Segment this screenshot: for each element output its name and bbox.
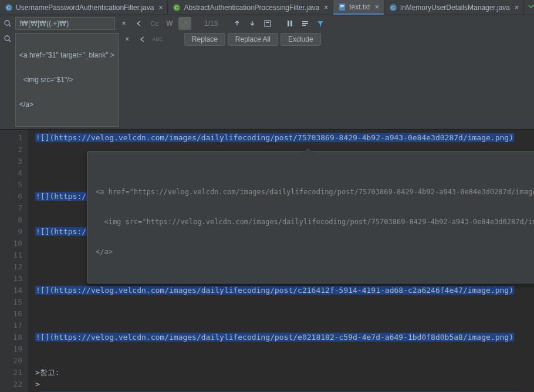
filter-icon[interactable]	[314, 17, 327, 30]
code-line-14[interactable]: ![](https://velog.velcdn.com/images/dail…	[35, 286, 514, 295]
line-number: 5	[0, 179, 28, 191]
words-toggle[interactable]: W	[163, 17, 176, 30]
regex-toggle[interactable]: .*	[178, 17, 191, 30]
java-class-icon: C	[173, 4, 181, 12]
editor-tabs: C UsernamePasswordAuthenticationFilter.j…	[0, 0, 534, 15]
line-number: 19	[0, 343, 28, 355]
code-line-1[interactable]: ![](https://velog.velcdn.com/images/dail…	[35, 133, 514, 142]
clear-replace-icon[interactable]: ×	[121, 33, 134, 46]
line-number: 14	[0, 285, 28, 296]
code-line-6[interactable]: ![](https://velog.velcdn.com/images/dail…	[35, 192, 514, 201]
tab-file-3[interactable]: C InMemoryUserDetailsManager.java ×	[384, 0, 524, 15]
svg-rect-13	[266, 22, 269, 23]
tab-file-2[interactable]: text.txt ×	[333, 0, 384, 15]
line-number: 6	[0, 191, 28, 202]
select-all-icon[interactable]	[261, 17, 274, 30]
find-replace-panel: × Cc W .* 1/15 <a href="$1" target="_bla…	[0, 15, 534, 130]
tab-label: AbstractAuthenticationProcessingFilter.j…	[184, 4, 319, 12]
line-number: 9	[0, 226, 28, 238]
line-number: 4	[0, 167, 28, 179]
svg-point-10	[5, 21, 9, 25]
line-number-gutter: 1 2 3 4 5 6 7 8 9 10 11 12 13 14 15 16 1…	[0, 130, 28, 392]
svg-point-19	[5, 36, 9, 40]
editor-area: 1 2 3 4 5 6 7 8 9 10 11 12 13 14 15 16 1…	[0, 130, 534, 392]
svg-rect-12	[265, 21, 271, 26]
line-number: 8	[0, 214, 28, 226]
svg-line-11	[9, 25, 11, 26]
svg-rect-17	[302, 23, 308, 24]
tab-label: UsernamePasswordAuthenticationFilter.jav…	[16, 4, 154, 12]
tab-label: text.txt	[349, 3, 370, 11]
line-number: 3	[0, 156, 28, 167]
line-number: 15	[0, 296, 28, 308]
line-number: 1	[0, 132, 28, 144]
svg-text:C: C	[391, 5, 395, 11]
match-count: 1/15	[201, 19, 221, 28]
svg-rect-18	[302, 25, 306, 26]
code-line-18[interactable]: ![](https://velog.velcdn.com/images/dail…	[35, 333, 514, 342]
next-match-icon[interactable]	[246, 17, 259, 30]
code-line-22[interactable]: >	[35, 380, 40, 388]
line-number: 7	[0, 202, 28, 214]
svg-rect-6	[340, 6, 344, 7]
search-back-icon[interactable]	[133, 17, 146, 30]
clear-search-icon[interactable]: ×	[117, 17, 130, 30]
svg-text:C: C	[175, 5, 179, 11]
line-number: 13	[0, 273, 28, 285]
line-number: 11	[0, 249, 28, 261]
line-number: 17	[0, 320, 28, 332]
close-icon[interactable]: ×	[324, 4, 328, 12]
close-icon[interactable]: ×	[158, 4, 163, 12]
prev-match-icon[interactable]	[231, 17, 244, 30]
line-number: 10	[0, 238, 28, 249]
svg-rect-7	[340, 8, 343, 8]
replace-button[interactable]: Replace	[184, 33, 225, 46]
case-sensitive-toggle[interactable]: Cc	[148, 17, 161, 30]
replace-icon	[2, 33, 13, 43]
svg-rect-16	[302, 21, 308, 22]
svg-rect-15	[290, 21, 292, 26]
svg-rect-14	[288, 21, 289, 26]
java-class-icon: C	[389, 4, 397, 12]
search-input[interactable]	[15, 17, 115, 30]
more-tabs-button[interactable]	[524, 0, 534, 15]
tab-file-1[interactable]: C AbstractAuthenticationProcessingFilter…	[168, 0, 333, 15]
replace-input-line2[interactable]: <img src="$1"/>	[19, 76, 114, 84]
txt-file-icon	[338, 3, 346, 11]
chevron-down-icon	[528, 3, 534, 12]
preserve-case-toggle[interactable]: ABC	[151, 33, 164, 46]
java-class-icon: C	[5, 4, 13, 12]
line-number: 20	[0, 355, 28, 367]
close-icon[interactable]: ×	[515, 4, 519, 12]
close-icon[interactable]: ×	[375, 3, 379, 11]
line-number: 22	[0, 379, 28, 390]
code-line-9[interactable]: ![](https://velog.velcdn.com/images/dail…	[35, 227, 514, 236]
code-line-21[interactable]: >참고:	[35, 368, 60, 377]
exclude-button[interactable]: Exclude	[280, 33, 321, 46]
code-area[interactable]: ![](https://velog.velcdn.com/images/dail…	[28, 130, 534, 392]
new-line-icon[interactable]	[299, 17, 312, 30]
svg-rect-5	[340, 5, 344, 6]
replace-input-line1[interactable]: <a href="$1" target="_blank" >	[19, 51, 114, 59]
tab-file-0[interactable]: C UsernamePasswordAuthenticationFilter.j…	[0, 0, 168, 15]
add-selection-icon[interactable]	[283, 17, 296, 30]
svg-text:C: C	[7, 5, 11, 11]
replace-all-button[interactable]: Replace All	[228, 33, 278, 46]
tab-label: InMemoryUserDetailsManager.java	[400, 4, 510, 12]
line-number: 2	[0, 144, 28, 156]
svg-line-20	[9, 40, 11, 42]
replace-back-icon[interactable]	[136, 33, 149, 46]
line-number: 12	[0, 261, 28, 273]
search-icon	[2, 19, 13, 28]
line-number: 16	[0, 308, 28, 320]
line-number: 21	[0, 367, 28, 379]
line-number: 18	[0, 332, 28, 343]
replace-input-line3[interactable]: </a>	[19, 100, 114, 109]
